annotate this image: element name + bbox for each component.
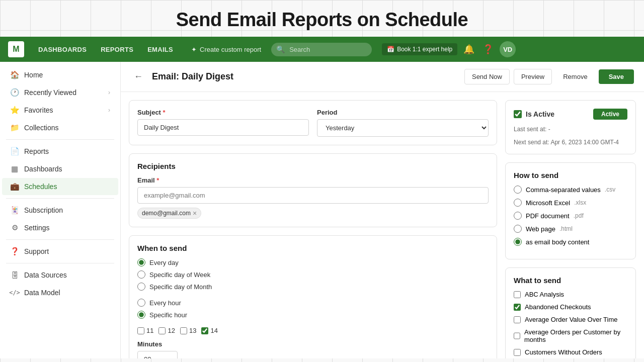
format-pdf-radio[interactable] (514, 212, 522, 220)
sidebar-item-reports[interactable]: 📄 Reports (2, 143, 118, 160)
sidebar-item-dashboards[interactable]: ▦ Dashboards (2, 160, 118, 177)
hour-14-item[interactable]: 14 (201, 327, 217, 334)
hour-14-checkbox[interactable] (201, 327, 208, 334)
minutes-section: Minutes (137, 340, 489, 358)
sidebar-label-reports: Reports (24, 147, 110, 155)
hour-checkboxes: 11 12 13 14 (137, 327, 489, 334)
format-html-radio[interactable] (514, 225, 522, 233)
create-custom-report-button[interactable]: ✦ Create custom report (185, 43, 267, 56)
every-day-radio[interactable] (137, 258, 145, 266)
what-avg-order[interactable]: Average Order Value Over Time (514, 316, 627, 323)
format-csv[interactable]: Comma-separated values .csv (514, 186, 627, 194)
is-active-checkbox[interactable] (514, 110, 522, 118)
format-xlsx-radio[interactable] (514, 199, 522, 207)
hour-12-item[interactable]: 12 (158, 327, 175, 334)
what-avg-orders-customer-checkbox[interactable] (514, 332, 520, 339)
sidebar-item-collections[interactable]: 📁 Collections (2, 119, 118, 136)
sidebar-divider-4 (6, 263, 114, 263)
nav-dashboards[interactable]: DASHBOARDS (32, 43, 93, 56)
format-email-body-radio[interactable] (514, 238, 522, 246)
sidebar-item-data-model[interactable]: </> Data Model (2, 284, 118, 301)
what-abc-label: ABC Analysis (525, 291, 564, 298)
email-tag-remove-button[interactable]: × (193, 210, 197, 217)
format-pdf[interactable]: PDF document .pdf (514, 212, 627, 220)
notifications-button[interactable]: 🔔 (461, 42, 476, 57)
sidebar-item-subscription[interactable]: 🃏 Subscription (2, 202, 118, 219)
sidebar-divider-2 (6, 198, 114, 199)
right-panel: Is Active Active Last sent at: - Next se… (505, 100, 636, 358)
email-title: Email: Daily Digest (152, 71, 458, 82)
hour-11-item[interactable]: 11 (137, 327, 153, 334)
clock-icon: 🕐 (10, 88, 19, 97)
sidebar-item-favorites[interactable]: ⭐ Favorites › (2, 102, 118, 119)
help-button[interactable]: 📅 Book 1:1 expert help (382, 43, 457, 55)
hour-13-item[interactable]: 13 (180, 327, 196, 334)
sidebar-item-schedules[interactable]: 💼 Schedules (2, 178, 118, 195)
nav-emails[interactable]: EMAILS (141, 43, 179, 56)
content-panels: Subject * Period Yesterday Today (121, 92, 644, 358)
specific-hour-radio[interactable] (137, 311, 145, 319)
specific-hour-option[interactable]: Specific hour (137, 311, 489, 319)
hour-14-label: 14 (210, 327, 217, 334)
email-input[interactable] (137, 187, 489, 204)
hour-13-label: 13 (189, 327, 196, 334)
search-icon: 🔍 (276, 45, 285, 53)
what-avg-order-checkbox[interactable] (514, 316, 521, 323)
frequency-radio-group: Every day Specific day of Week Specific … (137, 258, 489, 291)
star-icon: ⭐ (10, 106, 19, 115)
required-marker: * (163, 109, 166, 116)
every-hour-option[interactable]: Every hour (137, 299, 489, 307)
hour-12-label: 12 (168, 327, 175, 334)
topnav-right: 📅 Book 1:1 expert help 🔔 ❓ VD (382, 41, 516, 57)
what-avg-orders-customer[interactable]: Average Orders per Customer by months (514, 328, 627, 343)
sidebar-item-recently-viewed[interactable]: 🕐 Recently Viewed › (2, 84, 118, 101)
period-select[interactable]: Yesterday Today Last 7 days Last 30 days… (317, 119, 489, 137)
sidebar-item-data-sources[interactable]: 🗄 Data Sources (2, 266, 118, 284)
sidebar-label-subscription: Subscription (24, 206, 110, 214)
send-now-button[interactable]: Send Now (464, 69, 510, 84)
specific-day-month-radio[interactable] (137, 283, 145, 291)
what-abc-checkbox[interactable] (514, 291, 521, 298)
what-customers-without[interactable]: Customers Without Orders (514, 348, 627, 356)
specific-day-week-radio[interactable] (137, 270, 145, 279)
format-email-body[interactable]: as email body content (514, 238, 627, 246)
specific-day-week-option[interactable]: Specific day of Week (137, 270, 489, 279)
back-button[interactable]: ← (131, 69, 146, 84)
subject-input[interactable] (137, 119, 309, 136)
preview-button[interactable]: Preview (514, 69, 552, 84)
hour-13-checkbox[interactable] (180, 327, 187, 334)
format-csv-radio[interactable] (514, 186, 522, 194)
remove-button[interactable]: Remove (556, 69, 594, 84)
sidebar-item-support[interactable]: ❓ Support (2, 243, 118, 260)
sidebar-item-settings[interactable]: ⚙ Settings (2, 219, 118, 236)
save-button[interactable]: Save (599, 69, 634, 84)
every-day-option[interactable]: Every day (137, 258, 489, 266)
data-sources-icon: 🗄 (10, 270, 19, 280)
subscription-icon: 🃏 (10, 206, 19, 215)
format-html[interactable]: Web page .html (514, 225, 627, 233)
what-customers-without-checkbox[interactable] (514, 349, 521, 356)
format-xlsx-label: Microsoft Excel (526, 199, 570, 207)
format-xlsx[interactable]: Microsoft Excel .xlsx (514, 199, 627, 207)
reports-icon: 📄 (10, 147, 19, 156)
sidebar-label-dashboards: Dashboards (24, 165, 110, 173)
hour-12-checkbox[interactable] (158, 327, 166, 334)
format-csv-label: Comma-separated values (526, 186, 601, 194)
what-abc[interactable]: ABC Analysis (514, 291, 627, 298)
hour-11-checkbox[interactable] (137, 327, 144, 334)
help-icon-button[interactable]: ❓ (480, 42, 496, 57)
data-model-icon: </> (10, 288, 19, 297)
avatar[interactable]: VD (500, 41, 516, 57)
every-hour-radio[interactable] (137, 299, 145, 307)
minutes-input[interactable] (137, 351, 178, 358)
sidebar-label-data-model: Data Model (24, 289, 110, 297)
logo[interactable]: M (8, 41, 24, 57)
what-abandoned-checkbox[interactable] (514, 304, 521, 311)
sidebar-label-schedules: Schedules (24, 183, 110, 191)
what-abandoned[interactable]: Abandoned Checkouts (514, 303, 627, 311)
nav-reports[interactable]: REPORTS (95, 43, 139, 56)
support-icon: ❓ (10, 247, 19, 256)
search-input[interactable] (271, 43, 372, 56)
sidebar-item-home[interactable]: 🏠 Home (2, 66, 118, 83)
specific-day-month-option[interactable]: Specific day of Month (137, 283, 489, 291)
